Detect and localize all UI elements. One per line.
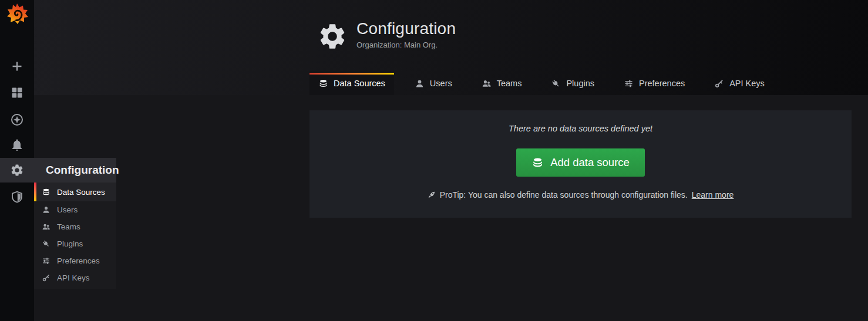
tab-label: API Keys [729,79,765,88]
sliders-icon [624,79,634,89]
protip-row: ProTip: You can also define data sources… [309,190,852,200]
empty-list-message: There are no data sources defined yet [309,110,852,133]
flyout-item-label: Preferences [57,256,100,265]
tab-api-keys[interactable]: API Keys [705,72,773,95]
flyout-item-data-sources[interactable]: Data Sources [34,183,116,201]
tab-plugins[interactable]: Plugins [542,72,603,95]
tab-users[interactable]: Users [406,72,461,95]
create-plus-icon[interactable] [0,54,34,79]
flyout-item-label: API Keys [57,273,90,282]
flyout-item-label: Users [57,205,78,214]
add-data-source-label: Add data source [550,156,630,169]
sliders-icon [42,256,51,265]
grafana-window: Configuration Data Sources Users Teams P… [0,0,868,321]
grafana-logo[interactable] [5,2,29,25]
protip-text: ProTip: You can also define data sources… [440,190,688,200]
rocket-icon [428,191,436,199]
add-data-source-button[interactable]: Add data source [516,148,645,177]
config-tab-bar: Data Sources Users Teams Plugins Prefere… [309,72,773,95]
configuration-flyout-menu: Configuration Data Sources Users Teams P… [34,158,116,289]
flyout-item-preferences[interactable]: Preferences [34,252,116,269]
flyout-item-users[interactable]: Users [34,201,116,218]
flyout-item-label: Plugins [57,239,83,248]
page-heading: Configuration Organization: Main Org. [317,19,456,52]
team-icon [42,222,51,231]
configuration-page-gear-icon [317,21,348,52]
alerting-bell-icon[interactable] [0,133,34,157]
tab-label: Preferences [639,79,685,88]
flyout-item-teams[interactable]: Teams [34,218,116,235]
database-icon [531,157,544,169]
database-icon [42,188,51,197]
tab-label: Users [430,79,452,88]
tab-label: Teams [497,79,522,88]
flyout-item-plugins[interactable]: Plugins [34,235,116,252]
team-icon [482,79,492,89]
key-icon [42,273,51,282]
tab-teams[interactable]: Teams [473,72,531,95]
key-icon [714,79,724,89]
flyout-item-label: Data Sources [57,188,105,197]
side-menu [0,0,34,321]
explore-compass-icon[interactable] [0,107,34,132]
user-icon [42,205,51,214]
tab-label: Plugins [566,79,594,88]
data-sources-panel: There are no data sources defined yet Ad… [309,110,852,218]
configuration-gear-icon[interactable] [0,158,34,183]
dashboards-icon[interactable] [0,80,34,105]
page-title: Configuration [356,19,456,38]
user-icon [415,79,425,89]
tab-data-sources[interactable]: Data Sources [309,72,394,95]
tab-preferences[interactable]: Preferences [615,72,694,95]
learn-more-link[interactable]: Learn more [692,190,734,200]
server-admin-shield-icon[interactable] [0,185,34,210]
flyout-item-api-keys[interactable]: API Keys [34,269,116,286]
flyout-title: Configuration [34,158,116,183]
database-icon [318,79,328,89]
tab-label: Data Sources [334,79,385,88]
page-subtitle: Organization: Main Org. [356,40,456,49]
flyout-item-label: Teams [57,222,80,231]
plug-icon [551,79,561,89]
plug-icon [42,239,51,248]
